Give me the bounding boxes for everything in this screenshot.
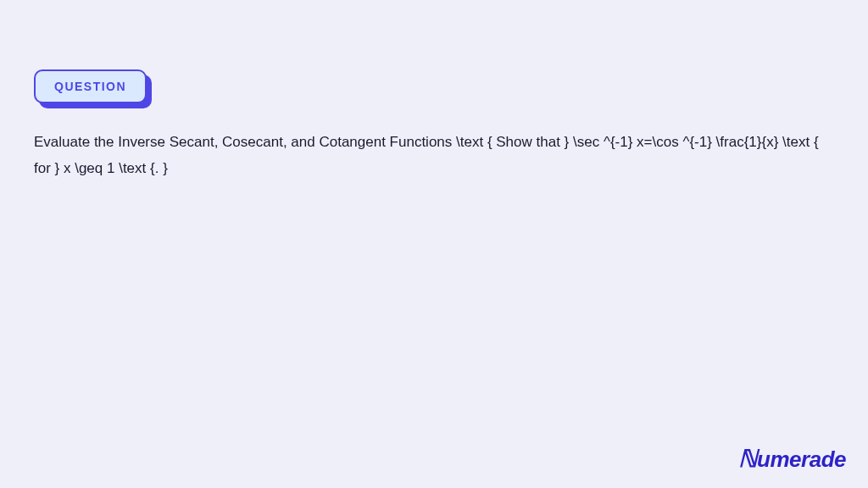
brand-name-fragment: umerade	[757, 446, 846, 473]
question-badge-wrap: QUESTION	[34, 69, 147, 103]
question-text: Evaluate the Inverse Secant, Cosecant, a…	[34, 129, 834, 182]
badge-label: QUESTION	[54, 80, 126, 93]
question-badge: QUESTION	[34, 69, 147, 103]
brand-logo: ℕumerade	[738, 445, 846, 473]
question-card: QUESTION Evaluate the Inverse Secant, Co…	[0, 0, 868, 182]
brand-glyph-icon: ℕ	[738, 445, 757, 473]
